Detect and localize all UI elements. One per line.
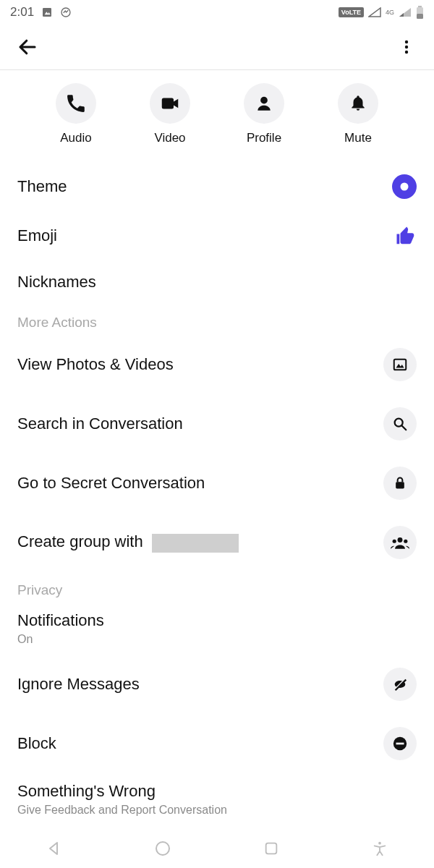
svg-rect-8 — [417, 14, 423, 19]
block-row[interactable]: Block — [0, 714, 434, 773]
notifications-label: Notifications — [17, 611, 417, 630]
gallery-icon — [41, 7, 53, 18]
status-bar: 2:01 VoLTE 4G — [0, 0, 434, 25]
ignore-icon — [383, 668, 417, 701]
theme-label: Theme — [17, 177, 67, 196]
status-left: 2:01 — [10, 5, 72, 20]
svg-point-11 — [405, 51, 408, 54]
lock-icon — [383, 467, 417, 500]
app-bar — [0, 25, 434, 69]
nav-recent[interactable] — [257, 834, 286, 863]
triangle-back-icon — [46, 840, 63, 857]
svg-rect-30 — [266, 843, 277, 854]
svg-point-29 — [156, 842, 169, 855]
image-icon — [383, 348, 417, 381]
search-row[interactable]: Search in Conversation — [0, 394, 434, 454]
create-group-prefix: Create group with — [17, 532, 143, 550]
ignore-label: Ignore Messages — [17, 675, 140, 694]
svg-point-10 — [405, 46, 408, 48]
section-privacy: Privacy — [0, 572, 434, 603]
svg-line-18 — [402, 426, 407, 430]
content: Theme Emoji Nicknames More Actions View … — [0, 156, 434, 825]
battery-icon — [416, 6, 424, 19]
svg-rect-0 — [43, 8, 51, 17]
svg-point-14 — [260, 97, 268, 104]
quick-profile-label: Profile — [247, 131, 281, 145]
svg-point-21 — [393, 540, 396, 543]
notifications-sub: On — [17, 633, 417, 646]
wrong-row[interactable]: Something's Wrong Give Feedback and Repo… — [0, 773, 434, 825]
svg-marker-3 — [369, 8, 380, 17]
create-group-label: Create group with — [17, 532, 239, 552]
block-icon — [383, 727, 417, 760]
nav-bar — [0, 829, 434, 868]
quick-video-label: Video — [154, 131, 185, 145]
quick-audio[interactable]: Audio — [56, 83, 96, 145]
back-button[interactable] — [12, 31, 43, 63]
network-4g-label: 4G — [386, 9, 394, 16]
status-time: 2:01 — [10, 5, 34, 20]
svg-marker-5 — [399, 13, 404, 17]
svg-rect-27 — [396, 743, 404, 745]
nav-back[interactable] — [40, 834, 69, 863]
secret-row[interactable]: Go to Secret Conversation — [0, 454, 434, 513]
quick-audio-label: Audio — [60, 131, 91, 145]
section-more-actions: More Actions — [0, 305, 434, 335]
svg-point-31 — [378, 842, 381, 845]
emoji-row[interactable]: Emoji — [0, 212, 434, 260]
search-icon — [383, 407, 417, 441]
arrow-left-icon — [17, 36, 38, 58]
svg-rect-15 — [394, 359, 407, 370]
quick-profile[interactable]: Profile — [244, 83, 284, 145]
svg-point-22 — [404, 540, 407, 543]
photos-row[interactable]: View Photos & Videos — [0, 335, 434, 394]
circle-home-icon — [154, 840, 171, 857]
bell-icon — [338, 83, 378, 124]
svg-marker-16 — [396, 364, 404, 368]
group-icon — [383, 526, 417, 559]
more-button[interactable] — [391, 31, 422, 63]
svg-point-9 — [405, 41, 408, 43]
nav-home[interactable] — [148, 834, 177, 863]
search-label: Search in Conversation — [17, 414, 183, 433]
secret-label: Go to Secret Conversation — [17, 474, 205, 493]
status-right: VoLTE 4G — [339, 6, 424, 19]
phone-icon — [56, 83, 96, 124]
wrong-sub: Give Feedback and Report Conversation — [17, 804, 417, 817]
svg-rect-12 — [162, 98, 174, 109]
thumbs-up-icon — [395, 225, 417, 247]
notifications-row[interactable]: Notifications On — [0, 603, 434, 655]
svg-rect-19 — [396, 482, 404, 488]
svg-point-20 — [398, 537, 403, 542]
photos-label: View Photos & Videos — [17, 355, 174, 374]
theme-color-indicator — [392, 174, 417, 199]
quick-mute[interactable]: Mute — [338, 83, 378, 145]
messenger-icon — [60, 7, 72, 18]
block-label: Block — [17, 734, 56, 753]
ignore-row[interactable]: Ignore Messages — [0, 655, 434, 714]
emoji-label: Emoji — [17, 226, 57, 245]
nicknames-row[interactable]: Nicknames — [0, 260, 434, 305]
accessibility-icon — [372, 841, 388, 856]
svg-marker-28 — [50, 843, 57, 854]
wrong-label: Something's Wrong — [17, 782, 417, 801]
svg-rect-6 — [418, 6, 422, 7]
nicknames-label: Nicknames — [17, 273, 96, 292]
signal2-icon — [399, 7, 412, 17]
quick-actions: Audio Video Profile Mute — [0, 70, 434, 156]
create-group-row[interactable]: Create group with — [0, 513, 434, 572]
video-icon — [150, 83, 190, 124]
nav-accessibility[interactable] — [365, 834, 394, 863]
quick-video[interactable]: Video — [150, 83, 190, 145]
volte-badge: VoLTE — [339, 7, 364, 17]
quick-mute-label: Mute — [344, 131, 372, 145]
profile-icon — [244, 83, 284, 124]
square-recent-icon — [263, 841, 279, 856]
redacted-name — [152, 534, 239, 553]
svg-marker-13 — [174, 99, 178, 109]
more-vertical-icon — [398, 38, 415, 56]
signal-icon — [368, 7, 381, 17]
theme-row[interactable]: Theme — [0, 161, 434, 212]
